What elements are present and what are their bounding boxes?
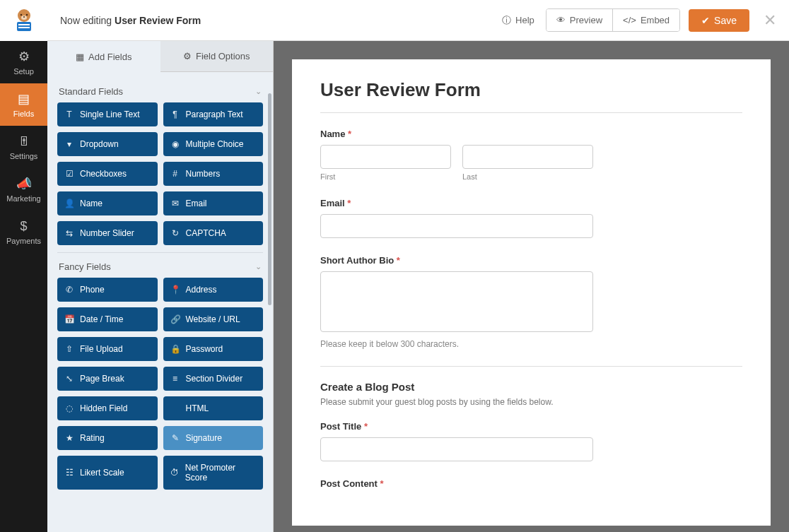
- field-icon: ¶: [170, 110, 180, 119]
- embed-button[interactable]: </> Embed: [612, 9, 679, 31]
- svg-rect-5: [17, 22, 31, 31]
- section-desc: Please submit your guest blog posts by u…: [320, 397, 742, 407]
- field-type-multiple-choice[interactable]: ◉Multiple Choice: [163, 132, 264, 156]
- sublabel-first: First: [320, 172, 451, 181]
- field-icon: ⏱: [170, 468, 180, 478]
- field-type-hidden-field[interactable]: ◌Hidden Field: [57, 396, 158, 420]
- field-type-numbers[interactable]: #Numbers: [163, 162, 264, 186]
- field-post-content[interactable]: Post Content *: [320, 478, 742, 489]
- field-icon: ↻: [170, 228, 180, 238]
- sliders-icon: ⚙: [183, 51, 192, 61]
- field-type-rating[interactable]: ★Rating: [57, 426, 158, 450]
- field-icon: 🔒: [170, 344, 180, 354]
- field-bio[interactable]: Short Author Bio * Please keep it below …: [320, 255, 742, 349]
- field-icon: ▾: [64, 139, 74, 149]
- field-type-section-divider[interactable]: ≡Section Divider: [163, 367, 264, 391]
- field-type-captcha[interactable]: ↻CAPTCHA: [163, 221, 264, 245]
- form-canvas-wrap[interactable]: User Review Form Name * First Last: [274, 41, 789, 532]
- logo: [0, 0, 47, 41]
- field-type-name[interactable]: 👤Name: [57, 191, 158, 215]
- field-icon: ⇧: [64, 344, 74, 354]
- field-type-dropdown[interactable]: ▾Dropdown: [57, 132, 158, 156]
- field-icon: 👤: [64, 199, 74, 208]
- field-icon: ☑: [64, 169, 74, 179]
- field-type-page-break[interactable]: ⤡Page Break: [57, 367, 158, 391]
- close-button[interactable]: ✕: [764, 11, 776, 30]
- field-type-checkboxes[interactable]: ☑Checkboxes: [57, 162, 158, 186]
- field-icon: T: [64, 110, 74, 119]
- field-type-html[interactable]: HTML: [163, 396, 264, 420]
- field-icon: ☷: [64, 468, 74, 478]
- input-bio[interactable]: [320, 271, 593, 332]
- preview-embed-group: 👁 Preview </> Embed: [546, 8, 680, 32]
- eye-icon: 👁: [556, 15, 566, 25]
- rail-marketing[interactable]: 📣Marketing: [0, 168, 47, 211]
- field-post-title[interactable]: Post Title *: [320, 421, 742, 461]
- field-icon: #: [170, 169, 180, 179]
- save-button[interactable]: ✔ Save: [689, 9, 749, 32]
- field-icon: ✉: [170, 199, 180, 208]
- rail-settings[interactable]: 🎚Settings: [0, 126, 47, 168]
- rail-setup[interactable]: ⚙Setup: [0, 41, 47, 83]
- help-icon: ⓘ: [502, 14, 511, 27]
- preview-button[interactable]: 👁 Preview: [547, 9, 612, 31]
- input-post-title[interactable]: [320, 437, 593, 461]
- form-name: User Review Form: [115, 15, 201, 26]
- section-create-blog[interactable]: Create a Blog Post Please submit your gu…: [320, 366, 742, 407]
- topbar: Now editing User Review Form ⓘ Help 👁 Pr…: [47, 0, 789, 41]
- field-name[interactable]: Name * First Last: [320, 129, 742, 181]
- rail-fields[interactable]: ▤Fields: [0, 83, 47, 126]
- bio-help: Please keep it below 300 characters.: [320, 339, 742, 349]
- field-icon: ≡: [170, 374, 180, 384]
- field-type-phone[interactable]: ✆Phone: [57, 278, 158, 302]
- field-icon: ◉: [170, 139, 180, 149]
- field-type-website-url[interactable]: 🔗Website / URL: [163, 307, 264, 331]
- rail-payments[interactable]: $Payments: [0, 211, 47, 253]
- field-icon: ◌: [64, 403, 74, 413]
- code-icon: </>: [623, 15, 636, 25]
- input-first-name[interactable]: [320, 145, 451, 169]
- field-type-file-upload[interactable]: ⇧File Upload: [57, 337, 158, 361]
- input-email[interactable]: [320, 214, 593, 238]
- field-type-password[interactable]: 🔒Password: [163, 337, 264, 361]
- field-type-single-line-text[interactable]: TSingle Line Text: [57, 102, 158, 126]
- field-type-signature[interactable]: ✎Signature: [163, 426, 264, 450]
- svg-rect-6: [18, 24, 30, 25]
- bullhorn-icon: 📣: [16, 176, 32, 191]
- left-nav-rail: ⚙Setup▤Fields🎚Settings📣Marketing$Payment…: [0, 0, 47, 532]
- brand-logo-icon: [11, 8, 37, 33]
- input-last-name[interactable]: [462, 145, 593, 169]
- field-icon: ⤡: [64, 374, 74, 384]
- field-icon: ⇆: [64, 228, 74, 238]
- svg-rect-7: [18, 27, 30, 28]
- form-title: User Review Form: [320, 79, 742, 113]
- field-type-date-time[interactable]: 📅Date / Time: [57, 307, 158, 331]
- field-icon: 📅: [64, 314, 74, 324]
- editing-label: Now editing User Review Form: [60, 15, 201, 26]
- field-icon: ★: [64, 433, 74, 443]
- form-canvas: User Review Form Name * First Last: [292, 59, 771, 526]
- field-type-email[interactable]: ✉Email: [163, 191, 264, 215]
- section-header[interactable]: Standard Fields⌄: [57, 78, 263, 102]
- field-type-address[interactable]: 📍Address: [163, 278, 264, 302]
- field-type-number-slider[interactable]: ⇆Number Slider: [57, 221, 158, 245]
- help-link[interactable]: ⓘ Help: [502, 14, 534, 27]
- chevron-down-icon: ⌄: [255, 262, 262, 271]
- field-type-paragraph-text[interactable]: ¶Paragraph Text: [163, 102, 264, 126]
- sliders-icon: 🎚: [18, 134, 30, 149]
- field-type-likert-scale[interactable]: ☷Likert Scale: [57, 456, 158, 490]
- field-icon: 📍: [170, 285, 180, 295]
- field-icon: 🔗: [170, 314, 180, 324]
- svg-point-2: [25, 14, 28, 16]
- field-icon: ✎: [170, 433, 180, 443]
- list-icon: ▤: [18, 91, 30, 107]
- field-email[interactable]: Email *: [320, 198, 742, 238]
- section-title: Create a Blog Post: [320, 381, 742, 393]
- panel-scrollbar[interactable]: [267, 72, 273, 532]
- tab-add-fields[interactable]: ▦ Add Fields: [47, 41, 160, 72]
- field-type-net-promoter-score[interactable]: ⏱Net Promoter Score: [163, 456, 264, 490]
- tab-field-options[interactable]: ⚙ Field Options: [160, 41, 274, 72]
- dollar-icon: $: [20, 219, 27, 234]
- section-header[interactable]: Fancy Fields⌄: [57, 253, 263, 278]
- gear-icon: ⚙: [18, 49, 30, 64]
